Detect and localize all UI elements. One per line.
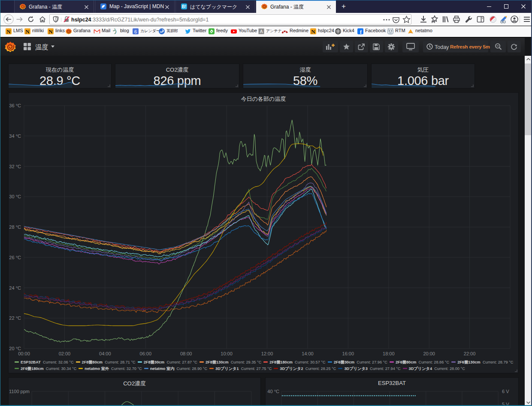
- svg-text:N: N: [311, 28, 315, 35]
- svg-text:30 °C: 30 °C: [9, 194, 21, 199]
- svg-text:28 °C: 28 °C: [9, 224, 21, 230]
- svg-text:32 °C: 32 °C: [9, 164, 21, 169]
- svg-text:00:00: 00:00: [18, 351, 30, 356]
- svg-text:6 V: 6 V: [502, 389, 509, 394]
- svg-text:14:00: 14:00: [302, 351, 314, 356]
- svg-text:22:00: 22:00: [464, 351, 476, 356]
- svg-text:6: 6: [134, 29, 137, 34]
- svg-text:16:00: 16:00: [342, 351, 354, 356]
- svg-text:26 °C: 26 °C: [9, 255, 21, 260]
- svg-text:N: N: [6, 28, 11, 35]
- svg-text:B!: B!: [182, 4, 187, 9]
- svg-text:A: A: [260, 29, 263, 34]
- svg-text:06:00: 06:00: [140, 351, 152, 356]
- svg-text:24 °C: 24 °C: [9, 285, 21, 291]
- svg-text:1100 ppm: 1100 ppm: [9, 389, 30, 394]
- svg-text:N: N: [25, 28, 30, 35]
- svg-text:N: N: [48, 28, 53, 35]
- svg-text:02:00: 02:00: [59, 351, 71, 356]
- svg-text:20:00: 20:00: [423, 351, 435, 356]
- svg-text:22 °C: 22 °C: [9, 315, 21, 321]
- svg-text:40 °C: 40 °C: [267, 389, 279, 394]
- svg-text:20 °C: 20 °C: [9, 346, 21, 351]
- svg-text:10:00: 10:00: [221, 351, 233, 356]
- svg-text:04:00: 04:00: [99, 351, 111, 356]
- svg-text:36 °C: 36 °C: [9, 103, 21, 108]
- svg-text:12:00: 12:00: [261, 351, 273, 356]
- svg-text:18:00: 18:00: [383, 351, 395, 356]
- svg-text:08:00: 08:00: [180, 351, 192, 356]
- svg-text:34 °C: 34 °C: [9, 133, 21, 139]
